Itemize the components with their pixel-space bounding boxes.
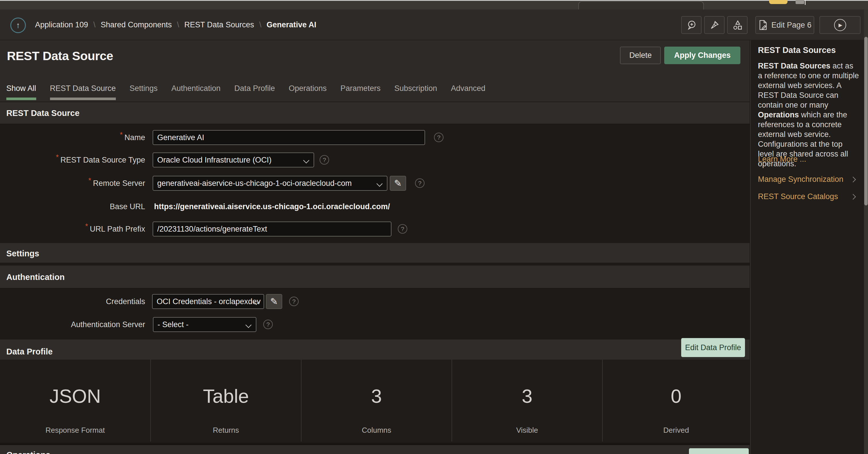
credentials-edit-button[interactable]: ✎ (266, 294, 282, 309)
scrollbar-thumb[interactable] (864, 37, 868, 205)
edit-page-button[interactable]: Edit Page 6 (755, 16, 814, 34)
name-help-icon[interactable]: ? (434, 133, 443, 142)
section-title-operations: Operations (6, 450, 50, 454)
field-row-base-url: Base URL https://generativeai.aiservice.… (0, 199, 750, 214)
stat-response-format: JSON Response Format (0, 360, 151, 442)
field-row-type: * REST Data Source Type Oracle Cloud Inf… (0, 152, 750, 167)
url-path-prefix-help-icon[interactable]: ? (398, 224, 407, 234)
browser-chrome-strip (0, 0, 868, 9)
edit-data-profile-button[interactable]: Edit Data Profile (681, 338, 745, 357)
stat-returns: Table Returns (151, 360, 302, 442)
field-row-auth-server: Authentication Server - Select - ? (0, 317, 750, 332)
tab-settings[interactable]: Settings (130, 75, 158, 102)
chevron-down-icon (303, 158, 309, 163)
section-title-rest-data-source: REST Data Source (6, 109, 80, 118)
up-arrow-icon: ↑ (16, 21, 20, 29)
go-up-button[interactable]: ↑ (10, 18, 26, 33)
stat-value: 3 (452, 385, 602, 407)
breadcrumb-separator: \ (259, 21, 261, 29)
remote-server-select[interactable]: generativeai-aiservice-us-chicago-1-oci-… (153, 176, 388, 191)
help-title: REST Data Sources (758, 46, 836, 55)
stat-value: JSON (0, 385, 150, 407)
chevron-right-icon (850, 194, 856, 200)
credentials-label: Credentials (0, 294, 145, 309)
help-body: REST Data Sources act as a reference to … (758, 61, 859, 169)
breadcrumb-item-current: Generative AI (267, 21, 316, 29)
tab-advanced[interactable]: Advanced (451, 75, 486, 102)
stat-label: Derived (603, 426, 750, 435)
chevron-down-icon (245, 322, 251, 328)
stat-label: Response Format (0, 426, 150, 435)
section-operations: Operations (0, 443, 750, 454)
breadcrumb: Application 109 \ Shared Components \ RE… (35, 9, 316, 40)
page-scrollbar[interactable] (864, 9, 868, 454)
remote-server-help-icon[interactable]: ? (415, 178, 425, 188)
tab-operations[interactable]: Operations (288, 75, 327, 102)
section-title-settings: Settings (6, 249, 39, 258)
auth-server-select[interactable]: - Select - (153, 317, 256, 332)
section-rest-data-source: REST Data Source (0, 102, 750, 124)
feedback-button[interactable] (681, 16, 702, 34)
field-row-remote-server: * Remote Server generativeai-aiservice-u… (0, 176, 750, 191)
browser-divider-fragment (805, 0, 806, 5)
theme-roller-button[interactable] (727, 16, 748, 34)
tab-authentication[interactable]: Authentication (171, 75, 220, 102)
section-authentication: Authentication (0, 265, 750, 289)
tab-data-profile[interactable]: Data Profile (234, 75, 275, 102)
type-help-icon[interactable]: ? (320, 155, 329, 165)
required-asterisk: * (88, 176, 91, 185)
type-label: * REST Data Source Type (0, 152, 145, 167)
section-title-authentication: Authentication (6, 273, 65, 282)
stat-derived: 0 Derived (603, 360, 750, 442)
chevron-right-icon (850, 177, 856, 182)
tab-rest-data-source[interactable]: REST Data Source (50, 75, 116, 102)
url-path-prefix-input[interactable] (153, 222, 392, 236)
field-row-credentials: Credentials OCI Credentials - orclapexde… (0, 294, 750, 309)
auth-server-help-icon[interactable]: ? (263, 320, 273, 329)
stat-visible: 3 Visible (452, 360, 603, 442)
breadcrumb-separator: \ (93, 21, 96, 29)
manage-synchronization-link[interactable]: Manage Synchronization (758, 175, 859, 184)
required-asterisk: * (56, 153, 59, 162)
required-asterisk: * (85, 222, 88, 231)
page-edit-icon (758, 20, 768, 30)
field-row-name: * Name ? (0, 130, 750, 145)
tab-parameters[interactable]: Parameters (341, 75, 381, 102)
section-data-profile: Data Profile Edit Data Profile (0, 340, 750, 360)
required-asterisk: * (120, 130, 123, 139)
spotlight-search-button[interactable] (704, 16, 724, 34)
credentials-select[interactable]: OCI Credentials - orclapexdev (152, 294, 264, 309)
remote-server-edit-button[interactable]: ✎ (390, 176, 406, 191)
learn-more-link[interactable]: Learn More ... (758, 155, 806, 164)
apex-rest-data-source-screen: ↑ Application 109 \ Shared Components \ … (0, 0, 868, 454)
apply-changes-button[interactable]: Apply Changes (664, 47, 740, 64)
breadcrumb-item-shared-components[interactable]: Shared Components (101, 21, 172, 29)
stat-label: Columns (302, 426, 452, 435)
type-select[interactable]: Oracle Cloud Infrastructure (OCI) (153, 152, 314, 167)
breadcrumb-item-rest-data-sources[interactable]: REST Data Sources (184, 21, 254, 29)
tab-subscription[interactable]: Subscription (394, 75, 437, 102)
breadcrumb-bar: ↑ Application 109 \ Shared Components \ … (0, 9, 868, 40)
field-row-url-path-prefix: * URL Path Prefix ? (0, 222, 750, 236)
breadcrumb-item-application[interactable]: Application 109 (35, 21, 88, 29)
base-url-value: https://generativeai.aiservice.us-chicag… (154, 199, 390, 214)
delete-button[interactable]: Delete (620, 47, 661, 64)
feedback-bubble-plus-icon (686, 20, 697, 30)
name-input[interactable] (153, 130, 425, 145)
stat-label: Returns (151, 426, 301, 435)
header-toolbar: Edit Page 6 ▶ (681, 13, 861, 36)
browser-top-edge (0, 0, 868, 1)
run-page-button[interactable]: ▶ (819, 16, 861, 34)
help-sidebar: REST Data Sources REST Data Sources act … (750, 40, 864, 454)
rest-source-catalogs-link[interactable]: REST Source Catalogs (758, 192, 859, 201)
credentials-help-icon[interactable]: ? (289, 296, 299, 306)
section-title-data-profile: Data Profile (6, 347, 53, 357)
stat-value: 0 (603, 385, 750, 407)
add-operation-button[interactable]: Add Operation (689, 448, 749, 454)
page-title: REST Data Source (7, 49, 113, 63)
section-settings: Settings (0, 243, 750, 264)
shapes-icon (732, 19, 743, 31)
browser-tab-fragment (769, 0, 787, 4)
remote-server-label: * Remote Server (0, 176, 145, 191)
tab-show-all[interactable]: Show All (6, 75, 36, 102)
